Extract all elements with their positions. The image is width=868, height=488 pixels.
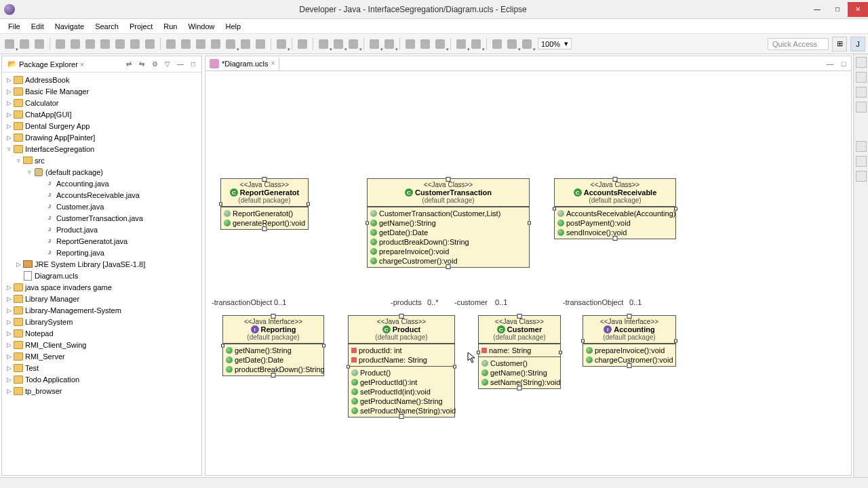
tree-item[interactable]: ▷Notepad xyxy=(2,327,201,339)
tree-item[interactable]: ReportGeneratot.java xyxy=(2,235,201,247)
gutter-declaration-button[interactable] xyxy=(856,171,867,182)
menu-run[interactable]: Run xyxy=(158,20,182,33)
align-bottom-tool[interactable] xyxy=(143,37,157,51)
forward-button[interactable] xyxy=(520,37,534,51)
tree-item[interactable]: Customer.java xyxy=(2,201,201,212)
project-tree[interactable]: ▷AddressBook▷Basic File Manager▷Calculat… xyxy=(2,73,201,475)
editor-tab-diagram[interactable]: *Diagram.ucls × xyxy=(205,58,279,70)
back-button[interactable] xyxy=(505,37,519,51)
tree-item[interactable]: Product.java xyxy=(2,224,201,235)
tree-item[interactable]: CustomerTransaction.java xyxy=(2,212,201,224)
maximize-editor-button[interactable]: □ xyxy=(837,59,850,68)
gutter-outline-button[interactable] xyxy=(856,72,867,83)
menu-project[interactable]: Project xyxy=(124,20,158,33)
open-type-button[interactable] xyxy=(403,37,417,51)
perspective-open-button[interactable]: ⊞ xyxy=(832,37,847,52)
close-icon[interactable]: × xyxy=(271,60,275,67)
circle-fill-tool[interactable] xyxy=(254,37,267,51)
uml-class-reportgeneratot[interactable]: <<Java Class>> CReportGeneratot (default… xyxy=(220,178,309,230)
tree-item[interactable]: ▷Library-Management-System xyxy=(2,304,201,316)
tree-item[interactable]: Diagram.ucls xyxy=(2,270,201,281)
uml-class-product[interactable]: <<Java Class>> CProduct (default package… xyxy=(348,315,455,418)
tree-item[interactable]: ▷RMI_Client_Swing xyxy=(2,339,201,350)
window-maximize-button[interactable]: □ xyxy=(827,2,848,17)
quick-access-input[interactable]: Quick Access xyxy=(768,38,829,50)
circle-outline-tool[interactable] xyxy=(239,37,252,51)
wand-tool[interactable] xyxy=(296,37,309,51)
diagram-canvas[interactable]: -transactionObject 0..1 -products 0..* -… xyxy=(205,71,851,475)
menu-navigate[interactable]: Navigate xyxy=(50,20,90,33)
collapse-all-button[interactable]: ⇄ xyxy=(123,59,134,70)
tree-item[interactable]: ▷RMI_Server xyxy=(2,350,201,362)
shape-tool[interactable] xyxy=(224,37,237,51)
gutter-problems-button[interactable] xyxy=(856,141,867,152)
arrow-down-tool[interactable] xyxy=(179,37,193,51)
gutter-tasks-button[interactable] xyxy=(856,87,867,98)
tree-item[interactable]: ▷Dental Surgery App xyxy=(2,120,201,131)
circle-tool[interactable] xyxy=(164,37,178,51)
uml-class-customer[interactable]: <<Java Class>> CCustomer (default packag… xyxy=(478,315,561,389)
tree-item[interactable]: ▷Drawing App[Painter] xyxy=(2,131,201,143)
minimize-view-button[interactable]: — xyxy=(175,59,186,70)
zoom-level[interactable]: 100%▾ xyxy=(538,38,572,49)
save-button[interactable] xyxy=(18,37,31,51)
tree-item[interactable]: ▷tp_browser xyxy=(2,385,201,396)
layout-tool[interactable] xyxy=(275,37,288,51)
new-package-button[interactable] xyxy=(368,37,381,51)
align-left-tool[interactable] xyxy=(68,37,82,51)
align-top-tool[interactable] xyxy=(113,37,127,51)
uml-class-customertransaction[interactable]: <<Java Class>> CCustomerTransaction (def… xyxy=(367,178,530,268)
open-task-button[interactable] xyxy=(418,37,432,51)
tree-item[interactable]: AccountsReceivable.java xyxy=(2,189,201,201)
annotation-next-button[interactable] xyxy=(469,37,483,51)
menu-edit[interactable]: Edit xyxy=(26,20,50,33)
tree-item[interactable]: Accounting.java xyxy=(2,178,201,189)
coverage-button[interactable] xyxy=(347,37,360,51)
tree-item[interactable]: ▿InterfaceSegregation xyxy=(2,143,201,155)
minimize-editor-button[interactable]: — xyxy=(824,59,836,68)
align-middle-tool[interactable] xyxy=(128,37,142,51)
view-menu-button[interactable]: ▽ xyxy=(162,59,173,70)
arrow-up-tool[interactable] xyxy=(194,37,208,51)
tree-item[interactable]: ▷Calculator xyxy=(2,97,201,108)
tree-item[interactable]: ▷Library Manager xyxy=(2,293,201,304)
new-class-button[interactable] xyxy=(382,37,396,51)
gutter-hierarchy-button[interactable] xyxy=(856,102,867,113)
align-center-tool[interactable] xyxy=(83,37,97,51)
menu-window[interactable]: Window xyxy=(182,20,220,33)
tree-item[interactable]: ▷AddressBook xyxy=(2,74,201,85)
close-icon[interactable]: × xyxy=(80,60,84,68)
tree-item[interactable]: Reporting.java xyxy=(2,247,201,258)
filter-button[interactable]: ⚙ xyxy=(149,59,160,70)
tree-item[interactable]: ▿(default package) xyxy=(2,166,201,178)
select-tool[interactable] xyxy=(54,37,67,51)
maximize-view-button[interactable]: □ xyxy=(188,59,199,70)
save-all-button[interactable] xyxy=(33,37,46,51)
tree-item[interactable]: ▷ChatApp[GUI] xyxy=(2,108,201,120)
debug-button[interactable] xyxy=(317,37,330,51)
menu-file[interactable]: File xyxy=(3,20,26,33)
perspective-java-button[interactable]: J xyxy=(850,37,865,52)
diamond-tool[interactable] xyxy=(209,37,222,51)
window-minimize-button[interactable]: — xyxy=(807,2,827,17)
new-button[interactable] xyxy=(3,37,16,51)
annotation-prev-button[interactable] xyxy=(454,37,468,51)
package-explorer-tab[interactable]: 📂 Package Explorer × xyxy=(5,58,87,70)
tree-item[interactable]: ▷JRE System Library [JavaSE-1.8] xyxy=(2,258,201,270)
link-editor-button[interactable]: ⇆ xyxy=(136,59,147,70)
tree-item[interactable]: ▷java space invaders game xyxy=(2,281,201,293)
uml-interface-accounting[interactable]: <<Java Interface>> IAccounting (default … xyxy=(583,315,676,367)
search-button[interactable] xyxy=(433,37,447,51)
uml-interface-reporting[interactable]: <<Java Interface>> IReporting (default p… xyxy=(222,315,324,376)
menu-help[interactable]: Help xyxy=(220,20,247,33)
tree-item[interactable]: ▿src xyxy=(2,155,201,166)
gutter-restore-button[interactable] xyxy=(856,57,867,68)
align-right-tool[interactable] xyxy=(98,37,112,51)
tree-item[interactable]: ▷Test xyxy=(2,362,201,373)
window-close-button[interactable]: ✕ xyxy=(848,2,868,17)
tree-item[interactable]: ▷Basic File Manager xyxy=(2,85,201,97)
gutter-javadoc-button[interactable] xyxy=(856,156,867,167)
tree-item[interactable]: ▷Todo Application xyxy=(2,373,201,385)
tree-item[interactable]: ▷LibrarySystem xyxy=(2,316,201,327)
uml-class-accountsreceivable[interactable]: <<Java Class>> CAccountsReceivable (defa… xyxy=(554,178,676,239)
